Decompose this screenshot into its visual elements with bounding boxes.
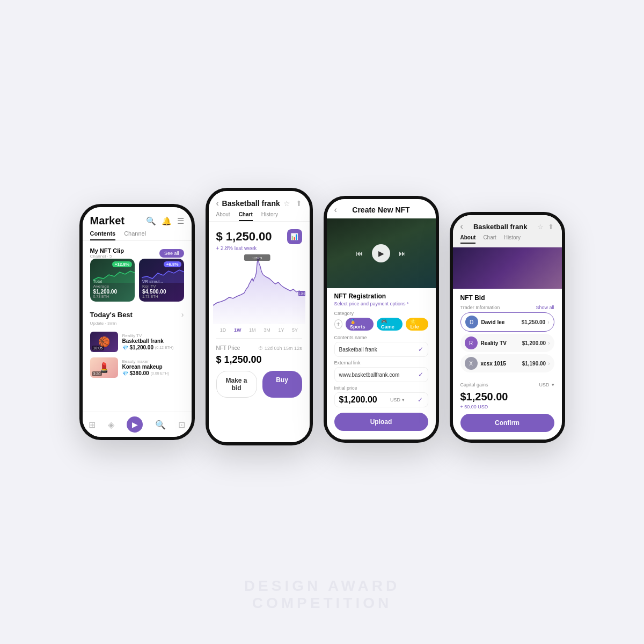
home-icon[interactable]: ⊞: [89, 420, 96, 430]
currency-chevron[interactable]: ▾: [552, 382, 554, 387]
video-player: ⏮ ▶ ⏭: [327, 218, 436, 288]
star-icon-bid[interactable]: ☆: [537, 223, 544, 231]
item-info-basketball: Reality TV Basketball frank 💎 $1,200.00 …: [122, 333, 184, 350]
grid-icon[interactable]: ⊡: [178, 420, 185, 430]
star-icon[interactable]: ☆: [283, 199, 290, 208]
avatar-realitytv: R: [465, 336, 478, 349]
clip-item-1[interactable]: +12.8% Total Average $1,200.00 0.73 ETH: [90, 259, 135, 302]
play-icon[interactable]: ▶: [127, 416, 143, 433]
svg-marker-2: [213, 259, 305, 324]
next-icon[interactable]: ⏭: [399, 249, 406, 258]
tag-sports[interactable]: 🏅 Sports: [346, 318, 374, 331]
bid-video: [453, 247, 562, 289]
clip-item-2[interactable]: +6.8% VR simul... Koji TV $4,500.00 1.73…: [139, 259, 184, 302]
phone-create-screen: ‹ Create New NFT ⏮ ▶ ⏭ NFT Registration …: [327, 199, 436, 440]
phone-chart: ‹ Basketball frank ☆ ⬆ About Chart Histo…: [206, 188, 313, 445]
clip-badge-2: +6.8%: [164, 261, 181, 267]
search-nav-icon[interactable]: 🔍: [155, 420, 166, 430]
prev-icon[interactable]: ⏮: [356, 249, 363, 258]
chevron-right-icon[interactable]: ›: [181, 310, 184, 319]
tab-chart[interactable]: Chart: [239, 211, 253, 221]
tag-game[interactable]: 🎮 Game: [377, 318, 403, 331]
bid-tab-chart[interactable]: Chart: [483, 235, 496, 244]
create-back-button[interactable]: ‹: [334, 205, 337, 215]
currency-selector[interactable]: USD ▾: [390, 397, 405, 402]
buy-button[interactable]: Buy: [262, 371, 302, 398]
filter-1m[interactable]: 1M: [249, 327, 256, 333]
channel-count: Channel · 5: [90, 254, 125, 259]
tab-about[interactable]: About: [216, 211, 230, 221]
tag-life[interactable]: ⭐ Life: [406, 318, 428, 331]
bid-header-icons: ☆ ⬆: [537, 223, 554, 231]
add-category-button[interactable]: +: [334, 319, 343, 329]
video-controls: ⏮ ▶ ⏭: [356, 244, 406, 262]
clip-badge-1: +12.8%: [112, 261, 132, 267]
avatar-david: D: [465, 316, 478, 328]
trader-label: Trader Information: [460, 305, 500, 310]
capital-gain-text: + 50.00 USD: [453, 404, 562, 414]
cube-icon[interactable]: ◈: [108, 420, 114, 430]
clip-sub-1: Average: [93, 284, 132, 289]
duration-basketball: 18:05: [92, 346, 105, 350]
list-item-makeup[interactable]: 💄 3:20 Beauty maker Korean makeup 💎 $380…: [83, 355, 192, 380]
external-link-label: External link: [334, 360, 428, 365]
bidder-item-david[interactable]: D David lee $1,250.00 ›: [460, 312, 554, 332]
bell-icon[interactable]: 🔔: [162, 216, 172, 226]
bid-tab-history[interactable]: History: [504, 235, 521, 244]
make-bid-button[interactable]: Make a bid: [216, 371, 257, 398]
market-tabs: Contents Channel: [83, 230, 192, 241]
confirm-button[interactable]: Confirm: [460, 414, 554, 432]
share-icon-bid[interactable]: ⬆: [548, 223, 554, 231]
filter-1d[interactable]: 1D: [220, 327, 226, 333]
upload-button[interactable]: Upload: [334, 413, 428, 431]
chart-area: 1,250.73 1,160: [209, 254, 310, 324]
category-tags: + 🏅 Sports 🎮 Game ⭐ Life: [334, 318, 428, 331]
initial-price-row[interactable]: $1,200.00 USD ▾ ✓: [334, 392, 428, 407]
svg-text:1,160: 1,160: [298, 292, 305, 295]
show-all-button[interactable]: Show all: [536, 305, 554, 310]
clip-sub-2: Koji TV: [142, 284, 181, 289]
create-title: Create New NFT: [352, 206, 409, 214]
capital-gains-row: Capital gains USD ▾: [460, 382, 554, 387]
filter-5y[interactable]: 5Y: [292, 327, 298, 333]
search-icon[interactable]: 🔍: [146, 216, 156, 226]
tab-channel[interactable]: Channel: [124, 230, 146, 240]
contents-name-input[interactable]: Basketball frank ✓: [334, 342, 428, 357]
phone-market-screen: Market 🔍 🔔 ☰ Contents Channel My NFT Cli…: [83, 207, 192, 437]
bid-tab-about[interactable]: About: [460, 235, 476, 244]
divider: [216, 338, 302, 339]
countdown-timer: ⏱ 12d 01h 15m 12s: [258, 346, 302, 351]
market-header: Market 🔍 🔔 ☰: [83, 207, 192, 230]
see-all-button[interactable]: See all: [159, 249, 184, 258]
bid-title: Basketball frank: [473, 223, 527, 231]
tab-contents[interactable]: Contents: [90, 230, 116, 240]
phone-bid-screen: ‹ Basketball frank ☆ ⬆ About Chart Histo…: [453, 215, 562, 440]
list-item-basketball[interactable]: 🏀 18:05 Reality TV Basketball frank 💎 $1…: [83, 329, 192, 355]
menu-icon[interactable]: ☰: [177, 216, 184, 226]
filter-3m[interactable]: 3M: [264, 327, 270, 333]
play-button[interactable]: ▶: [372, 244, 390, 262]
filter-1y[interactable]: 1Y: [278, 327, 284, 333]
chart-toggle-icon[interactable]: 📊: [287, 229, 302, 244]
bid-back-button[interactable]: ‹: [460, 222, 463, 231]
thumb-basketball: 🏀 18:05: [90, 332, 118, 352]
bottom-nav: ⊞ ◈ ▶ 🔍 ⊡: [83, 412, 192, 437]
share-icon[interactable]: ⬆: [296, 199, 302, 208]
tab-history[interactable]: History: [261, 211, 278, 221]
clip-eth-2: 1.73 ETH: [142, 295, 181, 298]
create-header: ‹ Create New NFT: [327, 199, 436, 218]
bidder-item-realitytv[interactable]: R Reality TV $1,200.00 ›: [460, 334, 554, 352]
scene: Market 🔍 🔔 ☰ Contents Channel My NFT Cli…: [0, 0, 644, 644]
clips-row: +12.8% Total Average $1,200.00 0.73 ETH: [83, 259, 192, 307]
phone-chart-screen: ‹ Basketball frank ☆ ⬆ About Chart Histo…: [209, 191, 310, 442]
external-link-input[interactable]: www.basketballfrank.com ✓: [334, 367, 428, 382]
update-time: Update · 3min: [83, 321, 192, 329]
back-button[interactable]: ‹: [216, 199, 219, 208]
chevron-right-xcsx: ›: [548, 361, 550, 367]
todays-best-header: Today's Best ›: [83, 307, 192, 321]
check-icon-link: ✓: [418, 371, 423, 378]
bidder-item-xcsx[interactable]: X xcsx 1015 $1,190.00 ›: [460, 354, 554, 372]
chart-header: ‹ Basketball frank ☆ ⬆: [209, 191, 310, 211]
category-label: Category: [334, 311, 428, 316]
filter-1w[interactable]: 1W: [234, 327, 241, 333]
